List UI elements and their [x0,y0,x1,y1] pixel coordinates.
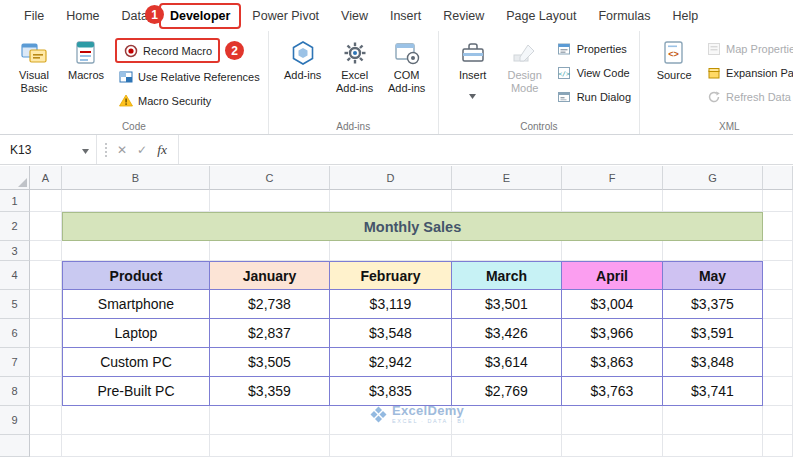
cell-F3[interactable] [562,241,663,261]
enter-icon[interactable]: ✓ [132,135,152,164]
cell-F6[interactable]: $3,966 [562,319,663,348]
cell-B7[interactable]: Custom PC [62,348,210,377]
insert-control-button[interactable]: Insert [447,36,499,106]
select-all-corner[interactable] [0,166,30,190]
cell-C1[interactable] [210,190,330,212]
design-mode-button[interactable]: Design Mode [499,36,551,98]
cell-B4-header-product[interactable]: Product [62,261,210,290]
merged-cell-monthly-sales-title[interactable]: Monthly Sales [62,212,763,241]
cell-D8[interactable]: $3,835 [330,377,452,406]
cell-C6[interactable]: $2,837 [210,319,330,348]
cell-C5[interactable]: $2,738 [210,290,330,319]
cancel-icon[interactable]: ✕ [112,135,132,164]
cell-A2[interactable] [30,212,62,241]
cell-B6[interactable]: Laptop [62,319,210,348]
cell-D6[interactable]: $3,548 [330,319,452,348]
cell-C7[interactable]: $3,505 [210,348,330,377]
source-button[interactable]: <> Source [648,36,700,85]
map-properties-button[interactable]: Map Properties [703,38,793,59]
row-header-1[interactable]: 1 [0,190,30,212]
cell-E5[interactable]: $3,501 [452,290,562,319]
macros-button[interactable]: Macros [60,36,112,85]
cell-B8[interactable]: Pre-Built PC [62,377,210,406]
column-header-g[interactable]: G [663,166,763,190]
cell-G3[interactable] [663,241,763,261]
cell-A9[interactable] [30,406,62,435]
cell-A7[interactable] [30,348,62,377]
com-add-ins-button[interactable]: COM Add-ins [381,36,433,98]
tab-review[interactable]: Review [432,3,495,29]
cell-D3[interactable] [330,241,452,261]
cell-A5[interactable] [30,290,62,319]
tab-formulas[interactable]: Formulas [587,3,661,29]
cell-E1[interactable] [452,190,562,212]
cell-F7[interactable]: $3,863 [562,348,663,377]
cell-B1[interactable] [62,190,210,212]
column-header-a[interactable]: A [30,166,62,190]
row-header-8[interactable]: 8 [0,377,30,406]
row-header-4[interactable]: 4 [0,261,30,290]
cell-B9[interactable] [62,406,210,435]
add-ins-button[interactable]: Add-ins [277,36,329,85]
cell-F9[interactable] [562,406,663,435]
cell-C4-header-january[interactable]: January [210,261,330,290]
expansion-packs-button[interactable]: Expansion Packs [703,62,793,83]
insert-function-icon[interactable]: fx [152,135,172,164]
cell-B3[interactable] [62,241,210,261]
tab-power-pivot[interactable]: Power Pivot [241,3,330,29]
cell-G5[interactable]: $3,375 [663,290,763,319]
name-box-chevron-icon[interactable] [82,143,89,157]
cell-G9[interactable] [663,406,763,435]
cell-G4-header-may[interactable]: May [663,261,763,290]
tab-view[interactable]: View [330,3,379,29]
cell-D1[interactable] [330,190,452,212]
cell-E3[interactable] [452,241,562,261]
run-dialog-button[interactable]: Run Dialog [554,86,634,107]
name-box[interactable]: K13 [0,135,97,164]
column-header-b[interactable]: B [62,166,210,190]
row-header-2[interactable]: 2 [0,212,30,241]
row-header-5[interactable]: 5 [0,290,30,319]
cell-G1[interactable] [663,190,763,212]
tab-home[interactable]: Home [55,3,110,29]
cell-E6[interactable]: $3,426 [452,319,562,348]
column-header-f[interactable]: F [562,166,663,190]
column-header-c[interactable]: C [210,166,330,190]
cell-F4-header-april[interactable]: April [562,261,663,290]
formula-input[interactable] [178,135,793,164]
tab-page-layout[interactable]: Page Layout [495,3,587,29]
cell-C9[interactable] [210,406,330,435]
cell-F8[interactable]: $3,763 [562,377,663,406]
cell-A4[interactable] [30,261,62,290]
row-header-6[interactable]: 6 [0,319,30,348]
cell-D7[interactable]: $2,942 [330,348,452,377]
tab-file[interactable]: File [13,3,55,29]
column-header-d[interactable]: D [330,166,452,190]
row-header-3[interactable]: 3 [0,241,30,261]
tab-developer[interactable]: Developer [159,3,241,29]
cell-G8[interactable]: $3,741 [663,377,763,406]
cell-C3[interactable] [210,241,330,261]
tab-help[interactable]: Help [662,3,710,29]
row-header-7[interactable]: 7 [0,348,30,377]
cell-E9[interactable] [452,406,562,435]
cell-A3[interactable] [30,241,62,261]
cell-A1[interactable] [30,190,62,212]
cell-A6[interactable] [30,319,62,348]
cell-C8[interactable]: $3,359 [210,377,330,406]
cell-D4-header-february[interactable]: February [330,261,452,290]
use-relative-references-button[interactable]: Use Relative References [115,66,263,87]
visual-basic-button[interactable]: Visual Basic [8,36,60,98]
record-macro-button[interactable]: Record Macro [120,40,215,61]
excel-add-ins-button[interactable]: Excel Add-ins [329,36,381,98]
cell-E7[interactable]: $3,614 [452,348,562,377]
cell-F5[interactable]: $3,004 [562,290,663,319]
cell-D9[interactable] [330,406,452,435]
row-header-9[interactable]: 9 [0,406,30,435]
macro-security-button[interactable]: Macro Security [115,90,263,111]
refresh-data-button[interactable]: Refresh Data [703,86,793,107]
cell-G7[interactable]: $3,848 [663,348,763,377]
cell-B5[interactable]: Smartphone [62,290,210,319]
cell-D5[interactable]: $3,119 [330,290,452,319]
view-code-button[interactable]: </> View Code [554,62,634,83]
